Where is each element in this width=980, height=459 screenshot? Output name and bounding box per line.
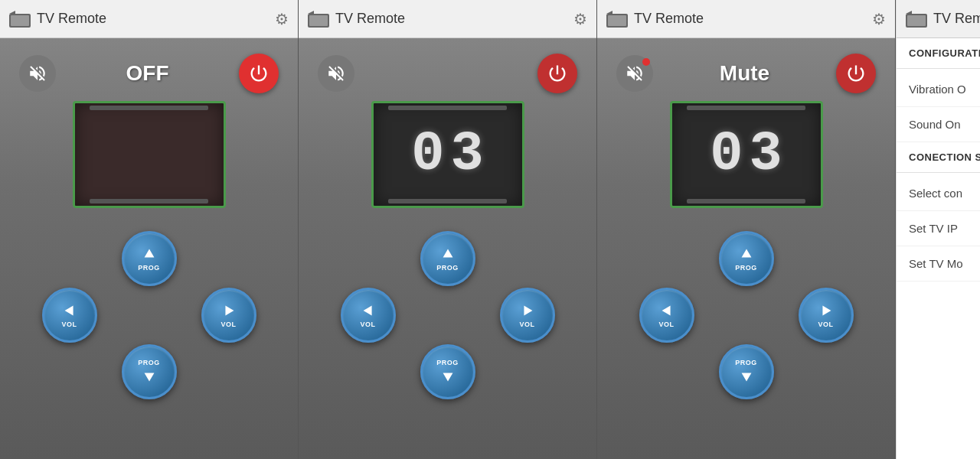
svg-marker-2	[9, 11, 15, 14]
settings-icon-2[interactable]: ⚙	[573, 10, 587, 28]
vol-plus-label-2: VOL	[519, 321, 534, 328]
channel-digit-1-3: 0	[710, 127, 743, 182]
svg-marker-20	[741, 373, 751, 381]
arrow-right-icon-3	[818, 302, 835, 319]
prog-down-button-1[interactable]: PROG	[122, 344, 177, 399]
connection-section-header: CONECTION S	[897, 142, 980, 169]
svg-marker-17	[741, 249, 751, 258]
channel-digit-2-2: 3	[451, 127, 484, 182]
remote-panel-3: TV Remote ⚙ Mute 0 3	[597, 0, 896, 459]
svg-rect-15	[608, 15, 626, 26]
channel-digit-2-3: 3	[750, 127, 782, 182]
sidebar-item-set-ip[interactable]: Set TV IP	[897, 211, 980, 246]
vol-plus-button-1[interactable]: VOL	[201, 288, 256, 343]
settings-icon-3[interactable]: ⚙	[872, 10, 886, 28]
prog-up-button-3[interactable]: PROG	[719, 231, 774, 286]
config-section-header: CONFIGURATION	[897, 38, 980, 65]
controls-3: PROG VOL VOL PROG	[639, 231, 854, 399]
channel-display-2: 0 3	[411, 127, 483, 182]
sidebar-top-bar: TV Rem	[897, 0, 980, 38]
screen-bar-top-1	[90, 106, 208, 110]
vol-plus-button-2[interactable]: VOL	[500, 288, 555, 343]
remote-panel-2: TV Remote ⚙ 0 3	[299, 0, 597, 459]
arrow-up-icon-2	[439, 246, 456, 262]
vol-plus-button-3[interactable]: VOL	[799, 288, 854, 343]
arrow-left-icon-3	[658, 302, 675, 319]
prog-down-label-3: PROG	[735, 359, 757, 366]
svg-marker-4	[64, 306, 73, 316]
channel-display-3: 0 3	[710, 127, 782, 182]
sidebar-body: CONFIGURATION Vibration O Sound On CONEC…	[897, 38, 980, 459]
svg-marker-16	[606, 11, 612, 14]
sound-label: Sound On	[909, 118, 961, 131]
divider-1	[897, 68, 980, 69]
prog-up-button-1[interactable]: PROG	[122, 231, 177, 286]
arrow-right-icon-1	[220, 302, 237, 319]
vol-minus-button-2[interactable]: VOL	[341, 288, 396, 343]
vol-minus-button-3[interactable]: VOL	[639, 288, 694, 343]
prog-down-button-3[interactable]: PROG	[719, 344, 774, 399]
power-icon-1	[248, 63, 270, 84]
vol-plus-label-3: VOL	[818, 321, 833, 328]
prog-up-button-2[interactable]: PROG	[420, 231, 475, 286]
svg-rect-22	[907, 15, 926, 26]
svg-marker-18	[662, 306, 670, 316]
power-button-2[interactable]	[537, 54, 577, 93]
remote-body-3: Mute 0 3 PROG VOL	[597, 38, 895, 459]
tv-logo-icon-1	[9, 11, 31, 28]
sidebar-tv-logo-icon	[906, 11, 927, 28]
sidebar: TV Rem CONFIGURATION Vibration O Sound O…	[896, 0, 980, 459]
arrow-right-icon-2	[519, 302, 536, 319]
sidebar-item-set-mode[interactable]: Set TV Mo	[897, 246, 980, 282]
sidebar-item-sound[interactable]: Sound On	[897, 107, 980, 142]
prog-down-label-1: PROG	[138, 359, 160, 366]
select-con-label: Select con	[909, 187, 962, 200]
prog-up-label-2: PROG	[436, 264, 459, 272]
tv-screen-2: 0 3	[371, 101, 524, 208]
power-button-1[interactable]	[239, 54, 279, 93]
screen-bar-top-3	[687, 106, 805, 110]
svg-marker-5	[225, 306, 234, 316]
status-row-1: OFF	[0, 54, 298, 93]
screen-bar-bottom-2	[388, 199, 507, 203]
prog-up-label-1: PROG	[138, 264, 160, 272]
status-row-2	[299, 54, 596, 93]
sidebar-item-select-con[interactable]: Select con	[897, 176, 980, 211]
app-title-1: TV Remote	[37, 11, 106, 27]
svg-marker-13	[443, 373, 452, 381]
vol-plus-label-1: VOL	[220, 321, 236, 328]
mute-icon-3	[625, 63, 645, 83]
prog-down-button-2[interactable]: PROG	[420, 344, 475, 399]
settings-icon-1[interactable]: ⚙	[275, 10, 289, 28]
svg-marker-10	[443, 249, 452, 258]
mute-button-1[interactable]	[19, 55, 56, 92]
arrow-up-icon-1	[141, 246, 158, 262]
vol-minus-label-1: VOL	[61, 321, 77, 328]
svg-marker-9	[308, 11, 314, 14]
arrow-down-icon-3	[738, 368, 755, 385]
screen-bar-bottom-1	[90, 199, 208, 203]
svg-rect-8	[309, 15, 328, 26]
svg-marker-19	[822, 306, 831, 316]
remote-panel-1: TV Remote ⚙ OFF PROG	[0, 0, 299, 459]
mute-button-2[interactable]	[318, 55, 354, 92]
mute-icon-1	[28, 63, 47, 83]
screen-bar-top-2	[388, 106, 507, 110]
power-button-3[interactable]	[836, 54, 876, 93]
arrow-up-icon-3	[738, 246, 755, 262]
mute-active-dot-3	[642, 58, 650, 66]
power-icon-3	[845, 63, 867, 84]
vol-minus-button-1[interactable]: VOL	[42, 288, 97, 343]
screen-bar-bottom-3	[687, 199, 805, 203]
prog-up-label-3: PROG	[735, 264, 757, 272]
sidebar-app-title: TV Rem	[933, 11, 980, 27]
remote-body-2: 0 3 PROG VOL VOL PROG	[299, 38, 596, 459]
vol-minus-label-3: VOL	[658, 321, 674, 328]
top-bar-1: TV Remote ⚙	[0, 0, 298, 38]
status-text-3: Mute	[720, 61, 769, 86]
app-title-2: TV Remote	[335, 11, 405, 27]
vol-minus-label-2: VOL	[360, 321, 375, 328]
mute-button-3[interactable]	[616, 55, 653, 92]
svg-marker-23	[906, 11, 912, 14]
sidebar-item-vibration[interactable]: Vibration O	[897, 72, 980, 107]
